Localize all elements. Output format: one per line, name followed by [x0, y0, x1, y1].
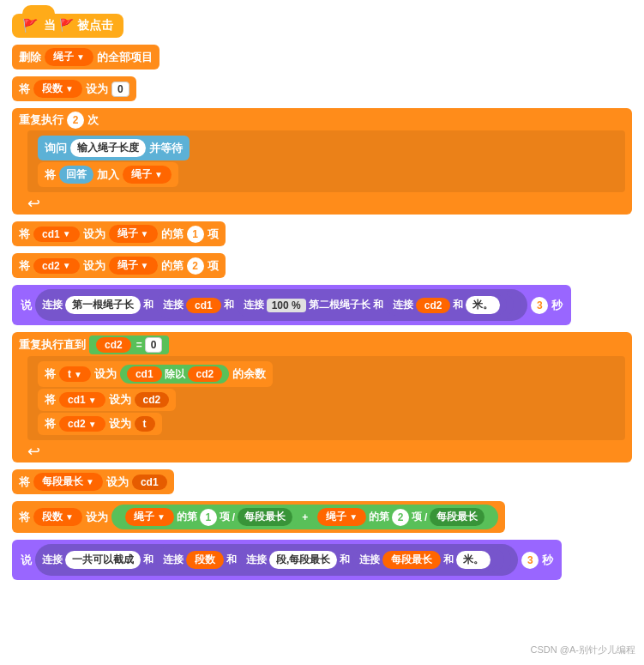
- ask-input-pill: 输入绳子长度: [70, 139, 146, 157]
- meter2-pill: 米。: [456, 551, 491, 569]
- join-pill4[interactable]: 连接 cd2 和 米。: [386, 294, 508, 316]
- join2-label1: 连接: [42, 553, 63, 567]
- set-to4-label: 设为: [94, 366, 117, 382]
- max-per2-pill[interactable]: 每段最长: [238, 508, 292, 526]
- set-max-block[interactable]: 将 每段最长 ▼ 设为 cd1: [12, 469, 174, 494]
- join2-pill1[interactable]: 连接 一共可以截成 和 连接 段数 和 连接 段,每段最长 和 连接 每段最长 …: [35, 544, 518, 576]
- add-answer-row: 将 回答 加入 绳子 ▼: [38, 162, 622, 187]
- set-cd1-cd2-block[interactable]: 将 cd1 ▼ 设为 cd2: [38, 389, 176, 411]
- join-label4: 连接: [393, 298, 413, 312]
- cd2-mod-pill[interactable]: cd2: [188, 366, 223, 382]
- set-cd2-t-block[interactable]: 将 cd2 ▼ 设为 t: [38, 413, 162, 435]
- set-cd2-label: 将: [19, 258, 30, 274]
- item1-badge[interactable]: 1: [187, 226, 204, 243]
- item2-badge[interactable]: 2: [187, 257, 204, 275]
- join2-label4: 连接: [359, 553, 380, 567]
- cd1-v-pill[interactable]: cd1: [186, 298, 221, 313]
- cd2-eq-var[interactable]: cd2: [96, 337, 131, 353]
- repeat-block: 重复执行 2 次 询问 输入绳子长度 并等待 将 回答 加入 绳子 ▼: [12, 108, 632, 215]
- delete-block[interactable]: 删除 绳子 ▼ 的全部项目: [12, 45, 159, 70]
- ask-label: 询问: [45, 141, 67, 156]
- eq-label: =: [136, 339, 142, 351]
- cd2-pill[interactable]: cd2 ▼: [33, 258, 80, 274]
- set-t-block[interactable]: 将 t ▼ 设为 cd1 除以 cd2 的余数: [38, 361, 273, 387]
- say-sec-badge[interactable]: 3: [531, 297, 548, 314]
- cd2-4-pill[interactable]: cd2 ▼: [59, 416, 105, 432]
- cd2-3-pill[interactable]: cd2: [135, 392, 170, 408]
- plus-pill[interactable]: 绳子 ▼ 的第 1 项 / 每段最长 + 绳子 ▼ 的第 2 项 / 每段最长: [111, 505, 499, 529]
- all-items-label: 的全部项目: [97, 50, 153, 65]
- repeat-body: 询问 输入绳子长度 并等待 将 回答 加入 绳子 ▼: [27, 130, 625, 192]
- zero-input[interactable]: 0: [111, 82, 129, 97]
- add-answer-block[interactable]: 将 回答 加入 绳子 ▼: [38, 162, 178, 187]
- rope4-pill[interactable]: 绳子 ▼: [109, 257, 158, 275]
- times-label: 次: [87, 112, 99, 128]
- item1-2-badge[interactable]: 1: [200, 509, 217, 526]
- set-to7-label: 设为: [106, 475, 129, 490]
- set-to5-label: 设为: [109, 392, 131, 408]
- cd1-4-pill[interactable]: cd1: [132, 475, 167, 490]
- t-pill[interactable]: t ▼: [59, 366, 91, 382]
- join-label2: 连接: [163, 298, 184, 312]
- hat-label: 当 🚩 被点击: [44, 18, 113, 33]
- set-cd2-block[interactable]: 将 cd2 ▼ 设为 绳子 ▼ 的第 2 项: [12, 253, 226, 278]
- item-label: 项: [208, 227, 219, 242]
- mod-pill[interactable]: cd1 除以 cd2: [120, 365, 229, 384]
- zero2-input[interactable]: 0: [145, 337, 163, 353]
- rope5-pill[interactable]: 绳子 ▼: [125, 508, 174, 526]
- and3-label: 和: [373, 298, 383, 312]
- div1-pill[interactable]: 绳子 ▼ 的第 1 项 / 每段最长: [118, 506, 299, 528]
- repeat-count[interactable]: 2: [67, 112, 84, 129]
- set-to-label: 设为: [86, 82, 108, 97]
- sections2-pill[interactable]: 段数 ▼: [33, 508, 82, 526]
- set-t-row: 将 t ▼ 设为 cd1 除以 cd2 的余数: [38, 361, 622, 387]
- join-pill2[interactable]: 连接 cd1 和 连接 100 % 第二根绳子长 和 连接 cd2 和 米。: [156, 291, 521, 319]
- t2-pill[interactable]: t: [135, 416, 155, 432]
- set-sections2-block[interactable]: 将 段数 ▼ 设为 绳子 ▼ 的第 1 项 / 每段最长 + 绳子 ▼ 的第 2: [12, 501, 505, 533]
- flag-icon: 🚩: [22, 18, 39, 33]
- percent-input[interactable]: 100 %: [267, 299, 306, 312]
- rope3-pill[interactable]: 绳子 ▼: [109, 225, 158, 243]
- mod-label: 除以: [165, 367, 185, 382]
- item2-2-badge[interactable]: 2: [392, 509, 409, 526]
- max-per3-pill[interactable]: 每段最长: [430, 508, 485, 526]
- and8-label: 和: [443, 553, 454, 567]
- join2-pill3[interactable]: 连接 段,每段最长 和 连接 每段最长 和 米。: [239, 547, 504, 572]
- repeat-header: 重复执行 2 次: [19, 112, 625, 129]
- set-cd1-cd2-row: 将 cd1 ▼ 设为 cd2: [38, 389, 622, 411]
- meter-pill: 米。: [466, 296, 500, 314]
- cd1-mod-pill[interactable]: cd1: [127, 366, 162, 382]
- div2-pill[interactable]: 绳子 ▼ 的第 2 项 / 每段最长: [310, 506, 491, 528]
- hat-block: 🚩 当 🚩 被点击: [12, 14, 123, 38]
- divide-label: /: [232, 511, 235, 523]
- max-per-pill[interactable]: 每段最长 ▼: [33, 473, 103, 491]
- join2-label2: 连接: [163, 553, 184, 567]
- delete-all-row: 删除 绳子 ▼ 的全部项目: [12, 45, 632, 70]
- join-label3: 连接: [244, 298, 264, 312]
- cd2-eq-pill[interactable]: cd2 = 0: [89, 336, 169, 354]
- cd1-pill[interactable]: cd1 ▼: [33, 227, 80, 242]
- join-pill1[interactable]: 连接 第一根绳子长 和 连接 cd1 和 连接 100 % 第二根绳子长 和 连…: [35, 289, 527, 321]
- rope-pill[interactable]: 绳子 ▼: [45, 48, 93, 66]
- say2-block-row: 说 连接 一共可以截成 和 连接 段数 和 连接 段,每段最长 和 连接 每段最…: [12, 540, 632, 580]
- hat-block-row: 🚩 当 🚩 被点击: [12, 14, 632, 38]
- join2-pill2[interactable]: 连接 段数 和 连接 段,每段最长 和 连接 每段最长 和 米。: [156, 546, 511, 574]
- set-cd1-block[interactable]: 将 cd1 ▼ 设为 绳子 ▼ 的第 1 项: [12, 221, 226, 246]
- rope6-pill[interactable]: 绳子 ▼: [317, 508, 366, 526]
- ask-block[interactable]: 询问 输入绳子长度 并等待: [38, 136, 190, 160]
- rope-pill2[interactable]: 绳子 ▼: [123, 166, 172, 184]
- sections-pill[interactable]: 段数 ▼: [33, 80, 82, 98]
- cd1-2-pill[interactable]: cd1 ▼: [59, 392, 105, 408]
- item-label4: 项: [412, 510, 422, 524]
- max-per-v-pill[interactable]: 每段最长: [382, 551, 441, 569]
- cd2-v-pill[interactable]: cd2: [416, 298, 451, 313]
- say-block[interactable]: 说 连接 第一根绳子长 和 连接 cd1 和 连接 100 % 第二根绳子长 和: [12, 285, 571, 325]
- say2-sec-badge[interactable]: 3: [521, 552, 539, 569]
- join-pill3[interactable]: 连接 100 % 第二根绳子长 和 连接 cd2 和 米。: [237, 293, 515, 317]
- answer-pill[interactable]: 回答: [59, 166, 93, 184]
- join2-pill4[interactable]: 连接 每段最长 和 米。: [352, 549, 497, 571]
- sections-v-pill[interactable]: 段数: [186, 551, 224, 569]
- set-sections-block[interactable]: 将 段数 ▼ 设为 0: [12, 76, 136, 101]
- say2-block[interactable]: 说 连接 一共可以截成 和 连接 段数 和 连接 段,每段最长 和 连接 每段最…: [12, 540, 562, 580]
- repeat-until-block: 重复执行直到 cd2 = 0 将 t ▼ 设为 cd1 除以 cd2: [12, 332, 632, 462]
